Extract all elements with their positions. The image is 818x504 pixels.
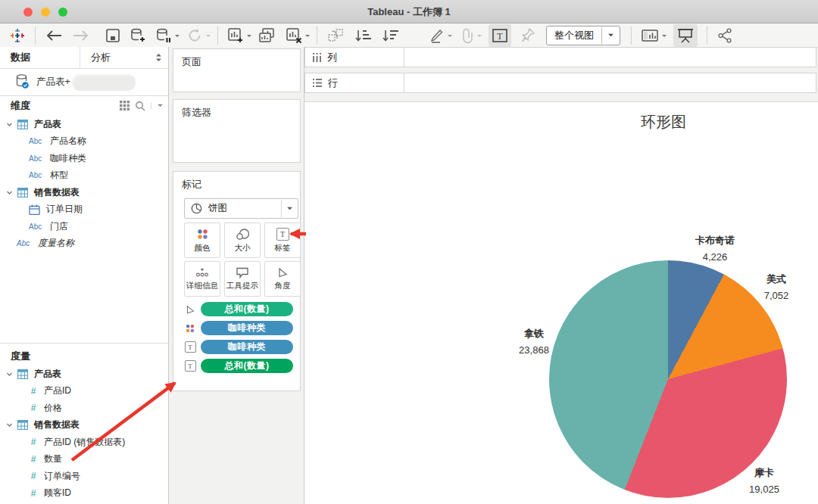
filters-card-label: 筛选器	[182, 106, 300, 120]
text-pill-icon: T	[185, 341, 196, 353]
new-worksheet-button[interactable]	[227, 26, 244, 45]
show-me-caret-icon[interactable]	[661, 33, 667, 39]
presentation-mode-button[interactable]	[673, 24, 698, 47]
clear-sheet-button[interactable]	[286, 26, 302, 45]
duplicate-sheet-button[interactable]	[258, 26, 276, 45]
tab-data[interactable]: 数据	[0, 51, 80, 64]
dimensions-title: 维度	[11, 99, 114, 113]
pause-auto-updates-button[interactable]	[155, 26, 172, 45]
refresh-button[interactable]	[186, 26, 203, 45]
measures-header: 度量	[0, 347, 168, 366]
datasource-label: 产品表+ (	[36, 76, 76, 89]
table-icon	[17, 369, 28, 379]
size-button[interactable]: 大小	[224, 222, 261, 258]
field-row[interactable]: Abc咖啡种类	[0, 150, 168, 167]
rows-icon	[312, 78, 323, 88]
label-button[interactable]: T 标签	[264, 222, 301, 258]
field-row[interactable]: 销售数据表	[0, 184, 168, 201]
field-row[interactable]: #数量	[0, 451, 168, 468]
field-row[interactable]: 产品表	[0, 366, 168, 383]
pause-dropdown-caret-icon[interactable]	[174, 33, 180, 39]
share-button[interactable]	[717, 26, 733, 45]
pie-slice-label: 卡布奇诺4,226	[670, 232, 760, 266]
hash-icon: #	[29, 437, 38, 447]
sidebar-sort-icon[interactable]	[155, 53, 162, 62]
color-dots-icon	[196, 228, 209, 241]
sidebar-tabs: 数据 分析	[0, 47, 168, 69]
fit-view-label: 整个视图	[547, 29, 601, 42]
group-caret-icon[interactable]	[476, 33, 482, 39]
sort-ascending-button[interactable]	[354, 26, 372, 45]
hash-icon: #	[29, 488, 38, 499]
field-row[interactable]: Abc杯型	[0, 167, 168, 185]
swap-rows-columns-button[interactable]	[326, 26, 345, 45]
field-label: 度量名称	[38, 237, 74, 250]
angle-button[interactable]: 角度	[264, 261, 301, 297]
pill-coffee-type-color[interactable]: 咖啡种类	[201, 321, 293, 335]
mark-type-caret-icon[interactable]	[282, 205, 298, 212]
field-row[interactable]: 销售数据表	[0, 417, 168, 434]
field-label: 产品ID	[44, 384, 71, 397]
pill-row[interactable]: 咖啡种类	[183, 321, 293, 335]
show-mark-labels-button[interactable]: T	[489, 24, 511, 47]
pages-card[interactable]: 页面	[173, 48, 301, 92]
hash-icon: #	[29, 471, 38, 481]
pill-row[interactable]: T 总和(数量)	[183, 359, 293, 373]
field-row[interactable]: Abc产品名称	[0, 133, 168, 151]
field-row[interactable]: #价格	[0, 400, 168, 417]
detail-button-label: 详细信息	[186, 281, 218, 291]
pill-sum-quantity[interactable]: 总和(数量)	[201, 302, 293, 316]
tooltip-button-label: 工具提示	[226, 281, 258, 291]
field-label: 门店	[50, 220, 68, 233]
tab-analytics[interactable]: 分析	[80, 47, 155, 68]
sort-descending-button[interactable]	[381, 26, 399, 45]
mark-type-dropdown[interactable]: 饼图	[184, 198, 298, 219]
field-label: 顾客ID	[44, 487, 71, 499]
field-row[interactable]: #产品ID (销售数据表)	[0, 434, 168, 451]
text-pill-icon: T	[185, 360, 196, 372]
field-label: 销售数据表	[34, 186, 80, 199]
search-icon[interactable]	[135, 101, 145, 111]
field-row[interactable]: 订单日期	[0, 201, 168, 219]
tooltip-button[interactable]: 工具提示	[224, 261, 261, 297]
refresh-dropdown-caret-icon[interactable]	[205, 33, 211, 39]
show-me-button[interactable]	[641, 26, 659, 45]
field-row[interactable]: 产品表	[0, 116, 168, 133]
detail-button[interactable]: 详细信息	[184, 261, 220, 297]
fit-view-caret-icon[interactable]	[602, 32, 620, 39]
filters-card[interactable]: 筛选器	[173, 99, 301, 163]
undo-back-button[interactable]	[45, 26, 63, 45]
field-row[interactable]: #产品ID	[0, 383, 168, 400]
field-row[interactable]: #顾客ID	[0, 485, 168, 502]
highlight-caret-icon[interactable]	[447, 33, 453, 39]
save-button[interactable]	[105, 26, 120, 45]
new-worksheet-caret-icon[interactable]	[246, 33, 252, 39]
rows-shelf[interactable]	[404, 73, 816, 93]
group-paperclip-button[interactable]	[459, 26, 474, 45]
color-button[interactable]: 颜色	[184, 222, 220, 258]
expand-caret-icon	[6, 121, 13, 128]
dimensions-menu-caret-icon[interactable]	[151, 102, 164, 109]
redo-forward-button[interactable]	[72, 26, 90, 45]
field-label: 咖啡种类	[50, 152, 86, 165]
marks-card-label: 标记	[182, 178, 300, 191]
new-data-source-button[interactable]	[130, 26, 146, 45]
pill-coffee-type-label[interactable]: 咖啡种类	[201, 340, 293, 354]
fit-view-dropdown[interactable]: 整个视图	[546, 26, 620, 45]
field-label: 价格	[44, 402, 62, 415]
hash-icon: #	[29, 454, 38, 465]
field-row[interactable]: Abc门店	[0, 218, 168, 235]
expand-caret-icon	[6, 189, 13, 196]
clear-sheet-caret-icon[interactable]	[304, 33, 311, 39]
pill-row[interactable]: T 咖啡种类	[183, 340, 293, 354]
table-icon	[17, 120, 28, 129]
highlight-pen-button[interactable]	[429, 26, 445, 45]
fix-axes-pin-icon[interactable]	[520, 26, 535, 45]
table-icon	[17, 420, 28, 430]
field-row[interactable]: #订单编号	[0, 468, 168, 485]
field-row[interactable]: Abc度量名称	[0, 235, 168, 253]
pill-row[interactable]: 总和(数量)	[183, 302, 293, 316]
pill-sum-quantity-label[interactable]: 总和(数量)	[201, 359, 293, 373]
view-data-grid-icon[interactable]	[120, 101, 130, 110]
columns-shelf[interactable]	[404, 47, 816, 67]
